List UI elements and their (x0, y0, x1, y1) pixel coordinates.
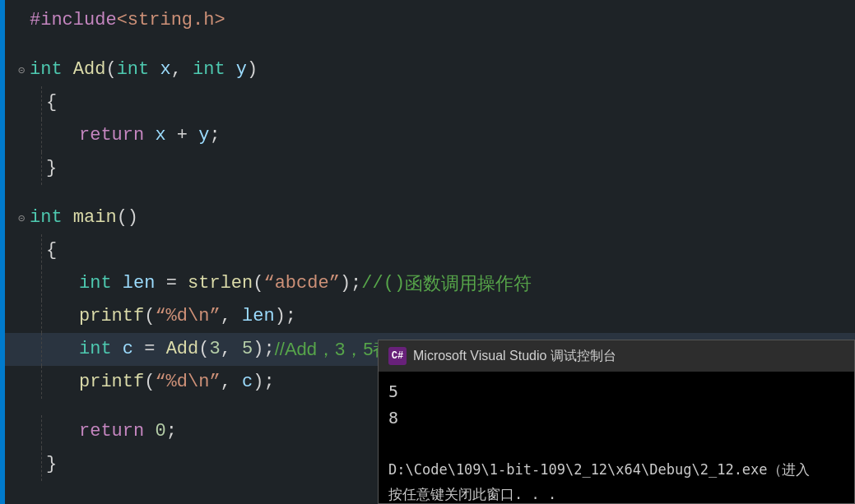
indent-guide-printf2 (41, 366, 43, 399)
debug-console-body: 5 8 D:\Code\109\1-bit-109\2_12\x64\Debug… (379, 372, 854, 503)
main-close-brace: } (46, 448, 57, 481)
indent-guide-strlen (41, 267, 43, 300)
debug-console[interactable]: C# Microsoft Visual Studio 调试控制台 5 8 D:\… (378, 340, 855, 504)
debug-output-5: 5 (388, 378, 844, 405)
line-add-open: { (5, 86, 855, 119)
line-return-add: return x + y ; (5, 119, 855, 152)
line-main-def: ⊝ int main () (5, 201, 855, 234)
collapse-icon-main[interactable]: ⊝ (18, 211, 25, 225)
indent-guide-return (41, 415, 43, 448)
main-open-brace: { (46, 234, 57, 267)
indent-guide-main (41, 234, 43, 267)
line-main-open: { (5, 234, 855, 267)
add-open-brace: { (46, 86, 57, 119)
line-add-close: } (5, 152, 855, 185)
include-text: #include<string.h> (30, 4, 225, 37)
indent-guide3 (41, 152, 43, 185)
editor-container: #include<string.h> ⊝ int Add ( int x (0, 0, 855, 504)
return-add-text: return x + y ; (79, 119, 221, 152)
debug-console-title: Microsoft Visual Studio 调试控制台 (413, 348, 616, 365)
return-main-text: return 0 ; (79, 415, 177, 448)
debug-output-8: 8 (388, 405, 844, 431)
collapse-icon-add[interactable]: ⊝ (18, 63, 25, 77)
add-close-brace: } (46, 152, 57, 185)
debug-console-titlebar: C# Microsoft Visual Studio 调试控制台 (379, 340, 854, 372)
type-int-add: int (30, 53, 63, 86)
debug-output-path: D:\Code\109\1-bit-109\2_12\x64\Debug\2_1… (388, 457, 844, 482)
line-blank1 (5, 37, 855, 53)
line-include: #include<string.h> (5, 4, 855, 37)
printf2-text: printf ( “%d\n” , c ); (79, 366, 275, 399)
indent-guide (41, 86, 43, 119)
indent-guide2 (41, 119, 43, 152)
fn-add: Add (73, 53, 106, 86)
line-add-def: ⊝ int Add ( int x , int y ) (5, 53, 855, 86)
collapse-indicator-add[interactable]: ⊝ (13, 63, 30, 77)
debug-output-prompt: 按任意键关闭此窗口. . . (388, 482, 844, 503)
debug-vs-icon: C# (388, 347, 407, 365)
strlen-text: int len = strlen ( “abcde” ); //()函数调用操作… (79, 267, 532, 300)
line-strlen: int len = strlen ( “abcde” ); //()函数调用操作… (5, 267, 855, 300)
line-blank2 (5, 185, 855, 201)
debug-output-blank (388, 431, 844, 457)
indent-guide-main-close (41, 448, 43, 481)
fn-main: main (73, 201, 117, 234)
collapse-indicator-main[interactable]: ⊝ (13, 211, 30, 225)
indent-guide-printf1 (41, 300, 43, 333)
indent-guide-add-call (41, 333, 43, 366)
line-printf1: printf ( “%d\n” , len ); (5, 300, 855, 333)
printf1-text: printf ( “%d\n” , len ); (79, 300, 296, 333)
main-def-text: int main () (30, 201, 138, 234)
add-def-text: int Add ( int x , int y ) (30, 53, 258, 86)
include-keyword: #include (30, 4, 117, 37)
include-file: <string.h> (117, 4, 225, 37)
